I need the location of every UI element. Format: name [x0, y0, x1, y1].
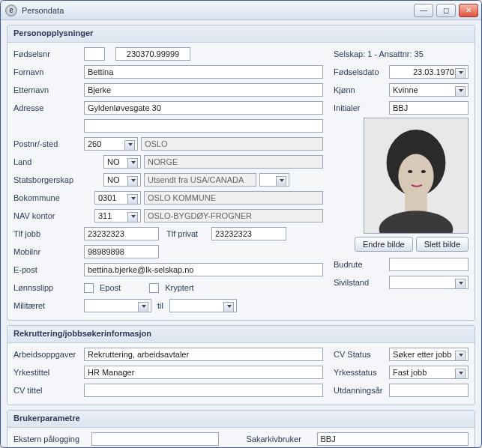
navkontor-display: [144, 209, 323, 223]
fodselsnr-prefix-input[interactable]: [84, 47, 105, 61]
label-arbeidsoppg: Arbeidsoppgaver: [13, 350, 81, 359]
maximize-button[interactable]: ◻: [436, 4, 456, 17]
label-utdanningsar: Utdanningsår: [334, 386, 386, 395]
group-title-bruker: Brukerparametre: [7, 411, 475, 428]
yrkestittel-input[interactable]: [84, 366, 323, 379]
svg-point-5: [408, 170, 412, 173]
adresse-input[interactable]: [84, 101, 323, 115]
sivilstand-combo[interactable]: [389, 276, 469, 289]
fornavn-input[interactable]: [84, 65, 323, 79]
fodselsnr-input[interactable]: [115, 47, 190, 61]
label-fodselsnr: Fødselsnr: [13, 49, 81, 58]
tlfprivat-input[interactable]: [211, 227, 286, 240]
group-brukerparametre: Brukerparametre Ekstern pålogging Securi…: [7, 410, 475, 447]
statsborger-extra-combo[interactable]: [259, 173, 289, 187]
label-sivilstand: Sivilstand: [334, 278, 386, 287]
label-cvstatus: CV Status: [334, 350, 386, 359]
person-photo-icon: [364, 118, 468, 233]
label-yrkesstatus: Yrkesstatus: [334, 368, 386, 377]
epost-checkbox[interactable]: [84, 283, 94, 293]
window-frame: e Persondata — ◻ ✕ Personopplysninger Fø…: [0, 0, 482, 448]
epost-input[interactable]: [84, 263, 323, 276]
label-etternavn: Etternavn: [13, 85, 81, 94]
label-budrute: Budrute: [334, 260, 386, 269]
label-fornavn: Fornavn: [13, 67, 81, 76]
label-lonnsslipp: Lønnsslipp: [13, 283, 81, 292]
app-icon: e: [5, 4, 17, 16]
postnr-combo[interactable]: 260: [84, 137, 138, 151]
arbeidsoppg-input[interactable]: [84, 348, 323, 361]
cvstatus-combo[interactable]: Søker etter jobb: [389, 348, 469, 361]
group-title-rekrut: Rekruttering/jobbsøkerinformasjon: [7, 326, 475, 343]
label-bokommune: Bokommune: [13, 193, 81, 202]
mobilnr-input[interactable]: [84, 245, 159, 258]
label-postnr: Postnr/-sted: [13, 139, 81, 148]
land-combo[interactable]: NO: [103, 155, 141, 169]
label-statsborger: Statsborgerskap: [13, 175, 81, 184]
label-til: til: [157, 301, 163, 310]
epost-checkbox-label: Epost: [100, 283, 121, 292]
cvtittel-input[interactable]: [84, 384, 323, 397]
group-rekruttering: Rekruttering/jobbsøkerinformasjon Arbeid…: [7, 325, 475, 405]
label-navkontor: NAV kontor: [13, 211, 81, 220]
initialer-input[interactable]: [389, 101, 469, 115]
utdanningsar-input[interactable]: [389, 384, 469, 397]
navkontor-combo[interactable]: 311: [94, 209, 141, 223]
svg-point-2: [398, 154, 433, 198]
close-button[interactable]: ✕: [459, 4, 478, 17]
ekstern-input[interactable]: [91, 432, 219, 446]
group-title-person: Personopplysninger: [7, 25, 475, 43]
label-land: Land: [13, 157, 81, 166]
sakarkiv-input[interactable]: [317, 432, 469, 446]
kryptert-checkbox-label: Kryptert: [165, 283, 194, 292]
photo-display: [364, 118, 469, 234]
bokommune-combo[interactable]: 0301: [94, 191, 141, 205]
etternavn-input[interactable]: [84, 83, 323, 97]
label-epost: E-post: [13, 265, 81, 274]
endre-bilde-button[interactable]: Endre bilde: [355, 237, 413, 252]
label-ekstern: Ekstern pålogging: [13, 435, 88, 444]
kjonn-combo[interactable]: Kvinne: [389, 83, 469, 97]
label-yrkestittel: Yrkestittel: [13, 368, 81, 377]
svg-point-6: [421, 170, 426, 173]
statsborger-combo[interactable]: NO: [103, 173, 141, 187]
tlfjobb-input[interactable]: [84, 227, 159, 240]
land-display: [144, 155, 323, 169]
window-title: Persondata: [22, 6, 414, 15]
yrkesstatus-combo[interactable]: Fast jobb: [389, 366, 469, 379]
label-tlfjobb: Tlf jobb: [13, 229, 81, 238]
label-cvtittel: CV tittel: [13, 386, 81, 395]
budrute-input[interactable]: [389, 258, 469, 271]
group-personopplysninger: Personopplysninger Fødselsnr Fornavn: [7, 25, 475, 321]
statsborger-display: [144, 173, 256, 187]
header-selskap-ansatt: Selskap: 1 - Ansattnr: 35: [334, 49, 469, 58]
slett-bilde-button[interactable]: Slett bilde: [416, 237, 469, 252]
label-tlfprivat: Tlf privat: [166, 229, 208, 238]
militar-til-combo[interactable]: [169, 299, 237, 312]
militar-fra-combo[interactable]: [84, 299, 151, 312]
minimize-button[interactable]: —: [414, 4, 433, 17]
adresse2-input[interactable]: [84, 119, 323, 133]
label-initialer: Initialer: [334, 103, 386, 112]
label-kjonn: Kjønn: [334, 85, 386, 94]
kryptert-checkbox[interactable]: [149, 283, 159, 293]
label-mobilnr: Mobilnr: [13, 247, 81, 256]
label-sakarkiv: Sakarkivbruker: [247, 435, 314, 444]
content-area: Personopplysninger Fødselsnr Fornavn: [1, 20, 481, 447]
label-fodselsdato: Fødselsdato: [334, 67, 386, 76]
poststed-display: [141, 137, 323, 151]
titlebar[interactable]: e Persondata — ◻ ✕: [1, 1, 481, 20]
label-adresse: Adresse: [13, 103, 81, 112]
fodselsdato-combo[interactable]: 23.03.1970: [389, 65, 469, 79]
bokommune-display: [144, 191, 323, 205]
label-militaer: Militæret: [13, 301, 81, 310]
